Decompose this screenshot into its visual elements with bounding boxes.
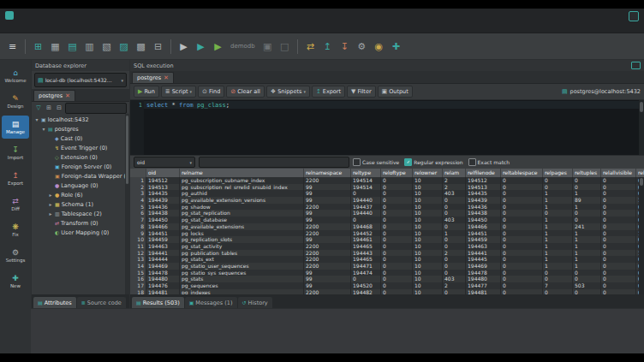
export-button[interactable]: ↥Export — [312, 86, 345, 98]
column-header-relowner[interactable]: relowner — [413, 169, 443, 177]
scroll-thumb[interactable] — [126, 116, 128, 184]
column-header-relam[interactable]: relam — [443, 169, 466, 177]
tree-item-transform-0[interactable]: ⇄Transform (0) — [32, 218, 129, 228]
tree-item-tablespace-2[interactable]: ▸▥Tablespace (2) — [32, 209, 129, 218]
connection-selector[interactable]: ▤ local-db (localhost:5432... ▾ — [34, 73, 127, 87]
rail-item-welcome[interactable]: ⌂Welcome — [2, 64, 29, 87]
filter-option-exact-match[interactable]: Exact match — [468, 158, 510, 166]
main-menu-icon[interactable]: ≡ — [5, 39, 20, 54]
table-row[interactable]: 3194435pg_authid99001040319443501100t — [130, 190, 644, 197]
database-grid-icon[interactable]: ⊞ — [31, 39, 45, 54]
grid-scrollbar[interactable] — [639, 177, 644, 294]
tab-attributes[interactable]: ▤Attributes — [33, 297, 76, 308]
close-icon[interactable]: ✕ — [164, 74, 169, 81]
table-row[interactable]: 12194441pg_publication_tables22001944430… — [130, 250, 644, 257]
indexes-grid-icon[interactable]: ▨ — [116, 39, 131, 54]
table-row[interactable]: 18194481pg_indexes2200194482010019448100… — [130, 289, 644, 294]
settings-tool-icon[interactable]: ⚙ — [355, 39, 369, 54]
table-row[interactable]: 1194512pg_subscription_subname_index2200… — [130, 177, 644, 184]
tab-history[interactable]: ↺History — [238, 297, 272, 308]
rail-item-settings[interactable]: ⚙Settings — [2, 244, 29, 267]
close-icon[interactable]: ✕ — [65, 92, 70, 99]
tree-item-localhost-5432[interactable]: ▾▣localhost:5432 — [32, 115, 129, 124]
snippets-button[interactable]: ❖Snippets▾ — [266, 86, 310, 98]
expand-all-icon[interactable]: ⊞ — [45, 104, 53, 112]
view-grid-icon[interactable]: ▤ — [65, 39, 80, 54]
tree-item-schema-1[interactable]: ▸▦Schema (1) — [32, 199, 129, 209]
column-header-relallvisible[interactable]: relallvisible — [601, 169, 636, 177]
tree-item-foreign-data-wrapper-0[interactable]: ▣Foreign-data Wrapper (0) — [32, 171, 129, 181]
scroll-thumb[interactable] — [640, 102, 643, 112]
demodb-browse-icon[interactable]: □ — [277, 39, 292, 54]
table-row[interactable]: 13194444pg_stats_ext22001944650100194445… — [130, 256, 644, 263]
sql-editor[interactable]: 1 select * from pg_class; — [130, 100, 644, 155]
clear-all-button[interactable]: ⊘Clear all — [226, 86, 265, 98]
tree-item-postgres[interactable]: ▾▤postgres — [32, 124, 129, 134]
run-button[interactable]: ▶Run — [134, 86, 159, 98]
run-sql-icon[interactable]: ▶ — [176, 39, 191, 54]
export-tool-icon[interactable]: ↥ — [320, 39, 335, 54]
sequences-grid-icon[interactable]: ⊟ — [151, 39, 165, 54]
scroll-thumb[interactable] — [640, 178, 643, 186]
tree-item-cast-0[interactable]: ◆Cast (0) — [32, 134, 129, 143]
table-row[interactable]: 8194466pg_available_extensions2200194468… — [130, 223, 644, 230]
titlebar-layout-icon[interactable] — [629, 11, 639, 21]
column-header-reltype[interactable]: reltype — [351, 169, 381, 177]
rail-item-diff[interactable]: ⇄Diff — [2, 193, 29, 216]
output-button[interactable]: ▣Output — [378, 86, 413, 98]
tree-item-extension-0[interactable]: ◇Extension (0) — [32, 152, 129, 162]
table-row[interactable]: 9194451pg_locks2200194452010119445101101… — [130, 230, 644, 237]
column-header-relpages[interactable]: relpages — [543, 169, 573, 177]
run-script-icon[interactable]: ▶ — [211, 39, 225, 54]
table-row[interactable]: 2194513pg_subscription_rel_srrelid_srsub… — [130, 184, 644, 191]
filter-option-regular-expression[interactable]: ✓Regular expression — [404, 158, 462, 166]
rail-item-import[interactable]: ↧Import — [2, 141, 29, 164]
filter-column-select[interactable]: oid ▾ — [134, 157, 195, 168]
tab-messages-1[interactable]: ▣Messages (1) — [185, 297, 237, 308]
tree-expander-icon[interactable]: ▸ — [48, 192, 53, 198]
tree-expander-icon[interactable]: ▾ — [34, 116, 39, 122]
table-row[interactable]: 6194438pg_stat_replication99194440010019… — [130, 210, 644, 217]
table-row[interactable]: 4194439pg_available_extension_versions99… — [130, 197, 644, 204]
column-header-relnamespace[interactable]: relnamespace — [304, 169, 351, 177]
column-header-reltuples[interactable]: reltuples — [573, 169, 601, 177]
tree-expander-icon[interactable]: ▸ — [48, 211, 53, 217]
filter-button[interactable]: ▼Filter — [347, 86, 376, 98]
rail-item-fix[interactable]: ❋Fix — [2, 218, 29, 241]
tree-expander-icon[interactable]: ▾ — [41, 126, 46, 132]
column-header-oid[interactable]: oid — [146, 169, 180, 177]
explorer-tab-postgres[interactable]: postgres ✕ — [33, 90, 75, 101]
table-row[interactable]: 10194459pg_replication_slots991944610100… — [130, 236, 644, 243]
find-button[interactable]: ⊙Find — [198, 86, 224, 98]
column-header-reloftype[interactable]: reloftype — [381, 169, 413, 177]
column-header-relname[interactable]: relname — [180, 169, 304, 177]
table-row[interactable]: 17194476pg_sequences99194520010219447707… — [130, 282, 644, 289]
tree-expander-icon[interactable]: ▸ — [48, 201, 53, 207]
donate-icon[interactable]: ◉ — [372, 39, 386, 54]
rail-item-new[interactable]: ✚New — [2, 270, 29, 293]
diff-tool-icon[interactable]: ⇄ — [303, 39, 318, 54]
tree-scrollbar[interactable] — [125, 114, 129, 294]
table-row[interactable]: 7194450pg_stat_database99001040319445001… — [130, 217, 644, 223]
collapse-all-icon[interactable]: ⊟ — [55, 104, 63, 112]
rail-item-design[interactable]: ✎Design — [2, 90, 29, 113]
tree-item-foreign-server-0[interactable]: ▣Foreign Server (0) — [32, 162, 129, 171]
tree-item-language-0[interactable]: ●Language (0) — [32, 181, 129, 190]
script-button[interactable]: ≣Script▾ — [161, 86, 196, 98]
code-area[interactable]: select * from pg_class; — [144, 100, 644, 155]
filter-option-case-sensitive[interactable]: Case sensitive — [353, 158, 399, 166]
tab-source-code[interactable]: ≣Source code — [77, 297, 126, 308]
table-row[interactable]: 14194469pg_statio_user_sequences22001944… — [130, 263, 644, 270]
run-selection-icon[interactable]: ▶ — [194, 39, 208, 54]
tab-results-503[interactable]: ▤Results (503) — [132, 297, 184, 308]
table-row[interactable]: 5194436pg_shadow220019443701001944360110… — [130, 204, 644, 211]
filter-funnel-icon[interactable]: ▽ — [34, 104, 43, 112]
sql-tab-postgres[interactable]: postgres ✕ — [132, 72, 174, 83]
tree-item-role-6[interactable]: ▸●Role (6) — [32, 190, 129, 199]
table-row[interactable]: 11194463pg_stat_activity2200194465010019… — [130, 243, 644, 250]
demodb-objects-icon[interactable]: ▣ — [260, 39, 275, 54]
columns-grid-icon[interactable]: ▥ — [82, 39, 97, 54]
panel-toggle-icon[interactable] — [631, 62, 641, 69]
editor-scrollbar[interactable] — [639, 100, 644, 155]
rail-item-manage[interactable]: ▤Manage — [2, 116, 29, 139]
